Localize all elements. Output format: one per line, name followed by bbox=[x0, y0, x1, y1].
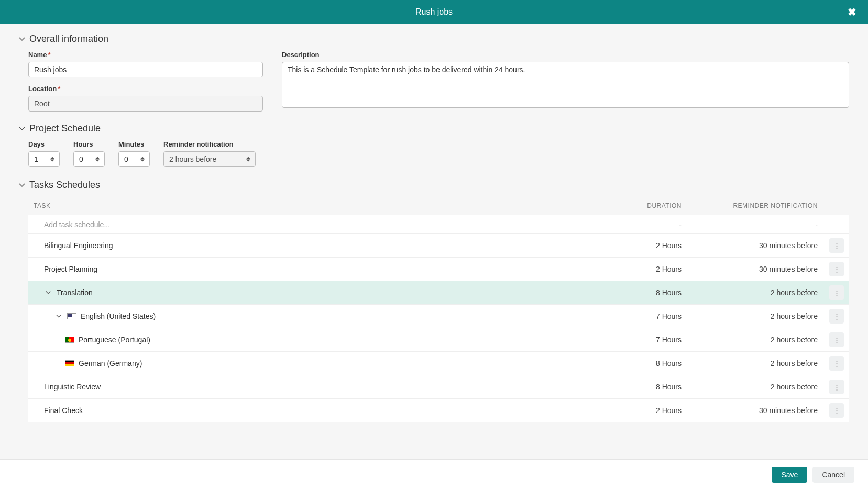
kebab-icon: ⋮ bbox=[833, 242, 840, 250]
reminder-label: Reminder notification bbox=[163, 140, 256, 148]
kebab-icon: ⋮ bbox=[833, 383, 840, 391]
task-name: German (Germany) bbox=[79, 359, 142, 368]
modal-header: Rush jobs ✖ bbox=[0, 0, 868, 24]
task-row[interactable]: English (United States)7 Hours2 hours be… bbox=[28, 305, 849, 328]
task-row[interactable]: German (Germany)8 Hours2 hours before⋮ bbox=[28, 352, 849, 375]
row-actions-button[interactable]: ⋮ bbox=[829, 356, 844, 371]
row-actions-button[interactable]: ⋮ bbox=[829, 285, 844, 300]
add-task-row[interactable]: Add task schedule... - - bbox=[28, 215, 849, 234]
name-input[interactable] bbox=[28, 62, 263, 77]
add-task-placeholder: Add task schedule... bbox=[44, 220, 110, 229]
task-row[interactable]: Portuguese (Portugal)7 Hours2 hours befo… bbox=[28, 328, 849, 352]
kebab-icon: ⋮ bbox=[833, 289, 840, 297]
th-task: TASK bbox=[34, 202, 587, 209]
cancel-button[interactable]: Cancel bbox=[812, 467, 854, 470]
task-duration: 7 Hours bbox=[587, 312, 682, 320]
task-reminder: 2 hours before bbox=[682, 359, 818, 368]
days-label: Days bbox=[28, 140, 60, 148]
row-actions-button[interactable]: ⋮ bbox=[829, 238, 844, 253]
flag-icon bbox=[65, 360, 74, 366]
task-reminder: 30 minutes before bbox=[682, 265, 818, 273]
task-name: Portuguese (Portugal) bbox=[79, 336, 150, 344]
days-input[interactable] bbox=[28, 151, 60, 167]
task-duration: 2 Hours bbox=[587, 265, 682, 273]
chevron-down-icon bbox=[19, 182, 25, 188]
task-duration: 7 Hours bbox=[587, 336, 682, 344]
minutes-input[interactable] bbox=[118, 151, 150, 167]
task-name: English (United States) bbox=[81, 312, 156, 320]
row-actions-button[interactable]: ⋮ bbox=[829, 332, 844, 347]
save-button[interactable]: Save bbox=[772, 467, 807, 470]
description-label: Description bbox=[282, 51, 849, 59]
location-input[interactable] bbox=[28, 96, 263, 112]
th-duration: DURATION bbox=[587, 202, 682, 209]
task-reminder: 30 minutes before bbox=[682, 241, 818, 250]
modal-body: Overall information Name* Location* Desc… bbox=[0, 24, 868, 470]
flag-icon bbox=[67, 313, 76, 319]
task-reminder: 2 hours before bbox=[682, 288, 818, 297]
task-reminder: 2 hours before bbox=[682, 312, 818, 320]
task-name: Bilingual Engineering bbox=[44, 241, 113, 250]
section-title-schedule: Project Schedule bbox=[29, 123, 101, 134]
section-title-tasks: Tasks Schedules bbox=[29, 180, 100, 191]
required-mark: * bbox=[48, 51, 50, 59]
task-name: Project Planning bbox=[44, 265, 97, 273]
task-reminder: 2 hours before bbox=[682, 336, 818, 344]
chevron-down-icon[interactable] bbox=[54, 314, 63, 319]
dash: - bbox=[815, 220, 818, 229]
location-label: Location* bbox=[28, 85, 263, 93]
task-duration: 2 Hours bbox=[587, 406, 682, 415]
hours-label: Hours bbox=[73, 140, 105, 148]
kebab-icon: ⋮ bbox=[833, 360, 840, 368]
task-name: Translation bbox=[57, 288, 93, 297]
kebab-icon: ⋮ bbox=[833, 407, 840, 415]
kebab-icon: ⋮ bbox=[833, 265, 840, 273]
task-reminder: 30 minutes before bbox=[682, 406, 818, 415]
modal-title: Rush jobs bbox=[415, 7, 453, 17]
task-duration: 8 Hours bbox=[587, 383, 682, 391]
task-duration: 8 Hours bbox=[587, 359, 682, 368]
tasks-table-header: TASK DURATION REMINDER NOTIFICATION bbox=[28, 197, 849, 215]
th-reminder: REMINDER NOTIFICATION bbox=[682, 202, 818, 209]
row-actions-button[interactable]: ⋮ bbox=[829, 309, 844, 324]
minutes-label: Minutes bbox=[118, 140, 150, 148]
section-toggle-tasks[interactable]: Tasks Schedules bbox=[19, 180, 849, 191]
kebab-icon: ⋮ bbox=[833, 313, 840, 320]
task-name: Linguistic Review bbox=[44, 383, 101, 391]
task-duration: 2 Hours bbox=[587, 241, 682, 250]
row-actions-button[interactable]: ⋮ bbox=[829, 380, 844, 394]
flag-icon bbox=[65, 337, 74, 343]
task-name: Final Check bbox=[44, 406, 83, 415]
tasks-table: TASK DURATION REMINDER NOTIFICATION Add … bbox=[19, 197, 849, 422]
task-row[interactable]: Project Planning2 Hours30 minutes before… bbox=[28, 258, 849, 281]
modal-footer: Save Cancel bbox=[0, 459, 868, 470]
name-label: Name* bbox=[28, 51, 263, 59]
section-toggle-overall[interactable]: Overall information bbox=[19, 34, 849, 44]
description-textarea[interactable] bbox=[282, 62, 849, 108]
chevron-down-icon bbox=[19, 36, 25, 42]
row-actions-button[interactable]: ⋮ bbox=[829, 262, 844, 276]
row-actions-button[interactable]: ⋮ bbox=[829, 403, 844, 418]
kebab-icon: ⋮ bbox=[833, 336, 840, 344]
reminder-select[interactable] bbox=[163, 151, 256, 167]
task-row[interactable]: Bilingual Engineering2 Hours30 minutes b… bbox=[28, 234, 849, 258]
chevron-down-icon bbox=[19, 126, 25, 132]
close-button[interactable]: ✖ bbox=[843, 4, 861, 20]
close-icon: ✖ bbox=[848, 6, 856, 18]
required-mark: * bbox=[58, 85, 60, 93]
task-row[interactable]: Translation8 Hours2 hours before⋮ bbox=[28, 281, 849, 305]
task-row[interactable]: Linguistic Review8 Hours2 hours before⋮ bbox=[28, 375, 849, 399]
task-row[interactable]: Final Check2 Hours30 minutes before⋮ bbox=[28, 399, 849, 422]
section-title-overall: Overall information bbox=[29, 34, 108, 44]
hours-input[interactable] bbox=[73, 151, 105, 167]
chevron-down-icon[interactable] bbox=[44, 290, 52, 295]
section-toggle-schedule[interactable]: Project Schedule bbox=[19, 123, 849, 134]
task-reminder: 2 hours before bbox=[682, 383, 818, 391]
task-duration: 8 Hours bbox=[587, 288, 682, 297]
